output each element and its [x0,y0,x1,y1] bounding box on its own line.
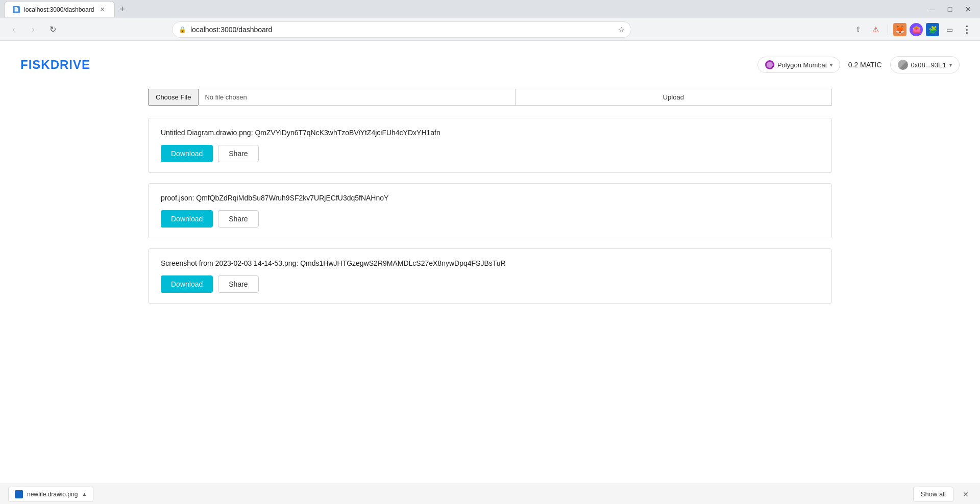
file-info-2: Screenshot from 2023-02-03 14-14-53.png:… [161,259,819,267]
download-button-0[interactable]: Download [161,145,213,162]
file-hash-1: QmfQbZdRqiMdbSu87Wruh9SF2kv7URjECfU3dq5f… [196,194,388,202]
show-all-button[interactable]: Show all [913,487,953,502]
back-button[interactable]: ‹ [6,22,21,37]
file-info-1: proof.json: QmfQbZdRqiMdbSu87Wruh9SF2kv7… [161,194,819,202]
download-button-2[interactable]: Download [161,275,213,293]
upload-button[interactable]: Upload [516,89,832,106]
window-controls: — □ ✕ [924,2,976,17]
menu-icon[interactable]: ⋮ [960,22,974,37]
alert-icon[interactable]: ⚠ [868,22,883,37]
address-text: localhost:3000/dashboard [190,26,614,34]
wallet-address: 0x08...93E1 [911,61,946,69]
wallet-selector[interactable]: 0x08...93E1 ▾ [890,56,960,73]
share-button-1[interactable]: Share [218,210,258,228]
download-file-icon [15,490,23,498]
file-card-2: Screenshot from 2023-02-03 14-14-53.png:… [148,248,832,304]
wallet-chevron-icon: ▾ [949,62,952,68]
wallet-extension-icon[interactable]: 👛 [910,23,923,36]
share-icon[interactable]: ⇧ [851,22,865,37]
network-selector[interactable]: Polygon Mumbai ▾ [757,57,840,73]
network-name: Polygon Mumbai [777,61,827,69]
reload-button[interactable]: ↻ [45,22,60,37]
tab-bar: 📄 localhost:3000/dashboard ✕ + [4,0,129,18]
browser-window: 📄 localhost:3000/dashboard ✕ + — □ ✕ ‹ ›… [0,0,980,504]
security-icon: 🔒 [179,26,186,33]
active-tab[interactable]: 📄 localhost:3000/dashboard ✕ [4,1,115,17]
bottom-download-bar: newfile.drawio.png ▲ Show all ✕ [0,484,980,504]
app-header: FISKDRIVE Polygon Mumbai ▾ 0.2 MATIC 0x0… [0,56,980,73]
sidebar-icon[interactable]: ▭ [942,22,957,37]
tab-favicon: 📄 [13,6,20,13]
file-name-0: Untitled Diagram.drawio.png: [161,129,255,137]
puzzle-extension-icon[interactable]: 🧩 [926,23,939,36]
app-logo: FISKDRIVE [20,58,90,72]
new-tab-button[interactable]: + [115,2,129,16]
bottom-bar-close-button[interactable]: ✕ [960,488,972,500]
page-content: FISKDRIVE Polygon Mumbai ▾ 0.2 MATIC 0x0… [0,41,980,488]
file-card-0: Untitled Diagram.drawio.png: QmZVYiDyn6T… [148,118,832,173]
nav-bar: ‹ › ↻ 🔒 localhost:3000/dashboard ☆ ⇧ ⚠ 🦊… [0,18,980,41]
file-name-1: proof.json: [161,194,196,202]
share-button-2[interactable]: Share [218,275,258,293]
file-actions-0: Download Share [161,145,819,162]
file-hash-0: QmZVYiDyn6T7qNcK3whTzoBViYtZ4jciFUh4cYDx… [255,129,440,137]
file-actions-2: Download Share [161,275,819,293]
metamask-extension-icon[interactable]: 🦊 [893,23,906,36]
header-right: Polygon Mumbai ▾ 0.2 MATIC 0x08...93E1 ▾ [757,56,960,73]
nav-actions: ⇧ ⚠ 🦊 👛 🧩 ▭ ⋮ [851,22,974,37]
download-item: newfile.drawio.png ▲ [8,487,93,502]
network-chevron-icon: ▾ [830,62,832,68]
forward-button[interactable]: › [26,22,41,37]
file-actions-1: Download Share [161,210,819,228]
window-minimize-button[interactable]: — [924,2,939,17]
window-close-button[interactable]: ✕ [961,2,976,17]
download-button-1[interactable]: Download [161,210,213,228]
file-upload-row: Choose File No file chosen Upload [148,89,832,106]
network-dot-inner [767,62,773,68]
wallet-avatar [898,60,908,70]
tab-title: localhost:3000/dashboard [24,6,94,13]
main-content: Choose File No file chosen Upload Untitl… [0,89,980,304]
download-chevron-icon[interactable]: ▲ [82,491,87,497]
matic-balance: 0.2 MATIC [848,61,882,69]
file-name-display: No file chosen [199,89,515,106]
file-name-2: Screenshot from 2023-02-03 14-14-53.png: [161,259,300,267]
tab-close-button[interactable]: ✕ [98,6,106,14]
file-hash-2: Qmds1HwJHTGzegwS2R9MAMDLcS27eX8nywDpq4FS… [300,259,506,267]
window-maximize-button[interactable]: □ [942,2,958,17]
file-info-0: Untitled Diagram.drawio.png: QmZVYiDyn6T… [161,129,819,137]
choose-file-button[interactable]: Choose File [148,89,199,106]
bookmark-icon[interactable]: ☆ [618,26,625,34]
file-card-1: proof.json: QmfQbZdRqiMdbSu87Wruh9SF2kv7… [148,183,832,238]
title-bar: 📄 localhost:3000/dashboard ✕ + — □ ✕ [0,0,980,18]
share-button-0[interactable]: Share [218,145,258,162]
network-dot-icon [765,60,774,69]
address-bar[interactable]: 🔒 localhost:3000/dashboard ☆ [172,21,631,38]
download-filename: newfile.drawio.png [27,491,78,498]
